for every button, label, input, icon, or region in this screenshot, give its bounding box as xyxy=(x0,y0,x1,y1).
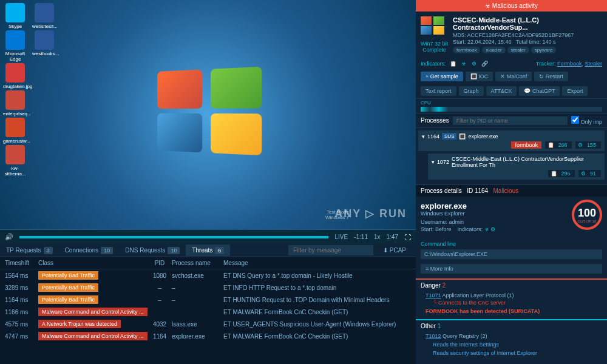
tab-connections[interactable]: Connections10 xyxy=(59,244,120,256)
th-message[interactable]: Message xyxy=(223,260,411,266)
tag[interactable]: spyware xyxy=(531,47,557,53)
playback-bar: 🔊 LIVE -1:11 1x 1:47 ⛶ xyxy=(0,229,416,244)
os-status: Complete xyxy=(421,47,448,53)
pcap-button[interactable]: ⬇ PCAP xyxy=(378,245,411,255)
table-row[interactable]: 4747 msMalware Command and Control Activ… xyxy=(0,330,416,342)
end-label: 1:47 xyxy=(387,234,398,240)
malicious-banner: ☣ Malicious activity xyxy=(416,0,607,12)
playback-track[interactable] xyxy=(19,236,328,238)
tracker-link[interactable]: Stealer xyxy=(585,61,602,67)
desktop-icon[interactable]: gamerusiw... xyxy=(3,118,27,144)
tracker-link[interactable]: Formbook xyxy=(557,61,582,67)
table-row[interactable]: 4575 msA Network Trojan was detected4032… xyxy=(0,318,416,330)
command-line-input[interactable] xyxy=(421,249,602,259)
action-row-2: Text report Graph ATT&CK 💬 ChatGPT Expor… xyxy=(416,84,607,98)
danger-sub-item: └ Connects to the CnC server xyxy=(416,300,607,306)
th-class[interactable]: Class xyxy=(38,260,148,266)
indicators-row: Indicators:📋 ☣ ⚙ 🔗 Tracker: Formbook, St… xyxy=(416,58,607,69)
other-sub-item: Reads security settings of Internet Expl… xyxy=(416,349,607,357)
tab-http-requests[interactable]: TP Requests3 xyxy=(0,244,59,256)
watermark: ANY ▷ RUN xyxy=(334,207,407,220)
processes-header: Processes Only imp xyxy=(416,113,607,128)
file-header: Win7 32 bit Complete CSCEC-Middle-East (… xyxy=(416,12,607,58)
tag[interactable]: formbook xyxy=(453,47,480,53)
ioc-button[interactable]: 🔳 IOC xyxy=(466,72,493,81)
other-section: Other 1 T1012 Query Registry (2) Reads t… xyxy=(416,319,607,357)
detection-alert: FORMBOOK has been detected (SURICATA) xyxy=(416,306,607,317)
desktop-icon[interactable]: drugtaken.jpg xyxy=(3,63,27,89)
windows-logo xyxy=(154,69,263,160)
table-row[interactable]: 1166 msMalware Command and Control Activ… xyxy=(0,306,416,318)
process-tree: ▾ 1164 SUS 🔳 explorer.exe formbook📋 266⚙… xyxy=(416,128,607,184)
vm-screen: Skypewebsitesit... Microsoft Edgewestboo… xyxy=(0,0,416,229)
get-sample-button[interactable]: + Get sample xyxy=(421,72,463,81)
desktop-icon[interactable]: websitesit... xyxy=(32,3,56,29)
file-title: CSCEC-Middle-East (L.L.C) ContractorVend… xyxy=(453,16,602,31)
desktop-icon[interactable]: westbooks... xyxy=(32,30,56,62)
chatgpt-button[interactable]: 💬 ChatGPT xyxy=(519,86,560,96)
tag[interactable]: xloader xyxy=(482,47,505,53)
mitre-link[interactable]: T1012 xyxy=(426,333,441,339)
malconf-button[interactable]: ✕ MalConf xyxy=(495,72,532,81)
table-row[interactable]: 3289 msPotentially Bad Traffic––ET INFO … xyxy=(0,281,416,294)
process-filter-input[interactable] xyxy=(453,116,568,125)
command-line: Command line xyxy=(416,238,607,261)
desktop-icon[interactable]: Skype xyxy=(3,3,27,29)
more-info-button[interactable]: ≡ More Info xyxy=(421,264,602,274)
table-row[interactable]: 1564 msPotentially Bad Traffic1080svchos… xyxy=(0,269,416,281)
time-label: -1:11 xyxy=(354,234,368,240)
speed-label[interactable]: 1x xyxy=(374,234,381,240)
tag[interactable]: stealer xyxy=(507,47,529,53)
mitre-link[interactable]: T1071 xyxy=(426,292,441,298)
action-row-1: + Get sample 🔳 IOC ✕ MalConf ↻ Restart xyxy=(416,69,607,84)
th-pid[interactable]: PID xyxy=(148,260,172,266)
th-timeshift[interactable]: Timeshift xyxy=(5,260,38,266)
graph-button[interactable]: Graph xyxy=(459,86,484,96)
windows-icon xyxy=(421,16,445,41)
desktop-icon[interactable]: kw-stthema... xyxy=(3,145,27,177)
threats-table: Timeshift Class PID Process name Message… xyxy=(0,257,416,364)
process-item[interactable]: ▾ 1072 CSCEC-Middle-East (L.L.C) Contrac… xyxy=(428,153,605,180)
restart-button[interactable]: ↻ Restart xyxy=(534,72,568,81)
desktop-icon[interactable]: enterpriseq... xyxy=(3,90,27,116)
export-button[interactable]: Export xyxy=(562,86,588,96)
tab-threats[interactable]: Threats6 xyxy=(186,244,230,256)
process-details: explorer.exe Windows Explorer Username: … xyxy=(416,197,607,238)
filter-input[interactable] xyxy=(288,245,373,255)
cpu-bar: CPU xyxy=(416,98,607,113)
fullscreen-icon[interactable]: ⛶ xyxy=(404,234,411,241)
process-details-header: Process details ID 1164 Malicious xyxy=(416,184,607,197)
tab-dns-requests[interactable]: DNS Requests10 xyxy=(119,244,186,256)
only-important-checkbox[interactable] xyxy=(571,116,579,124)
desktop-icons: Skypewebsitesit... Microsoft Edgewestboo… xyxy=(3,3,56,177)
danger-section: Danger 2 T1071 Application Layer Protoco… xyxy=(416,278,607,317)
attck-button[interactable]: ATT&CK xyxy=(486,86,517,96)
th-process[interactable]: Process name xyxy=(172,260,223,266)
other-sub-item: Reads the Internet Settings xyxy=(416,340,607,349)
text-report-button[interactable]: Text report xyxy=(421,86,456,96)
score-badge: 100OUT OF 10 xyxy=(572,200,602,230)
indicator-icons: 📋 ☣ ⚙ 🔗 xyxy=(450,61,490,67)
process-item[interactable]: ▾ 1164 SUS 🔳 explorer.exe formbook📋 266⚙… xyxy=(418,130,605,151)
tabs-bar: TP Requests3 Connections10 DNS Requests1… xyxy=(0,244,416,257)
live-label: LIVE xyxy=(334,234,348,240)
desktop-icon[interactable]: Microsoft Edge xyxy=(3,30,27,62)
os-label: Win7 32 bit xyxy=(421,41,448,47)
table-row[interactable]: 1164 msPotentially Bad Traffic––ET HUNTI… xyxy=(0,294,416,306)
volume-icon[interactable]: 🔊 xyxy=(5,233,13,241)
